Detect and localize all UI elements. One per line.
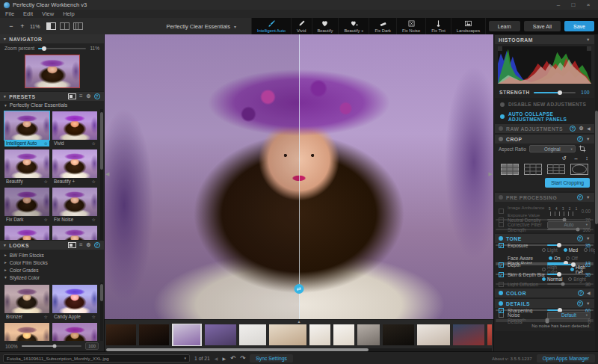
highlight-clipping-icon[interactable] <box>587 46 591 51</box>
look-cocoa[interactable]: Cocoa☆ <box>52 323 97 341</box>
tone-header[interactable]: TONE ? ▼ <box>495 234 594 243</box>
menu-file[interactable]: File <box>5 10 14 17</box>
filmstrip-thumb-12[interactable] <box>453 324 484 345</box>
slider-knob[interactable] <box>53 345 57 348</box>
filmstrip-thumb-2[interactable] <box>139 324 169 345</box>
star-icon[interactable]: ☆ <box>92 179 96 184</box>
presets-group-row[interactable]: ▾ Perfectly Clear Essentials <box>0 101 104 109</box>
preset-fix-dark[interactable]: Fix Dark☆ <box>4 188 49 223</box>
presets-header[interactable]: ▾ PRESETS ≡ ⚙ ? <box>0 92 104 101</box>
slider[interactable] <box>547 219 578 220</box>
close-button[interactable]: × <box>582 1 594 8</box>
looks-folder-color-grades[interactable]: ▸Color Grades <box>4 266 99 274</box>
redo-icon[interactable]: ↷ <box>240 354 245 362</box>
radio-off[interactable]: Off <box>566 256 577 261</box>
thirds-grid-button[interactable] <box>524 164 542 175</box>
strength-slider[interactable] <box>534 92 576 93</box>
undo-icon[interactable]: ↶ <box>230 354 235 362</box>
collapse-right-sidebar-icon[interactable]: ▶ <box>489 171 493 177</box>
help-icon[interactable]: ? <box>94 93 100 99</box>
view-single-button[interactable] <box>46 22 56 30</box>
help-icon[interactable]: ? <box>578 290 584 296</box>
scrollbar-thumb[interactable] <box>106 348 369 351</box>
filmstrip-toggle-icon[interactable]: ▲ <box>298 320 301 324</box>
star-icon[interactable]: ☆ <box>92 314 96 319</box>
list-view-icon[interactable]: ≡ <box>79 242 83 248</box>
crop-header[interactable]: CROP ? ▼ <box>495 135 594 144</box>
slider-knob[interactable] <box>42 46 46 51</box>
wide-grid-button[interactable] <box>547 164 565 175</box>
zoom-out-button[interactable]: − <box>7 22 15 30</box>
about-version[interactable]: About v: 3.5.5.1237 <box>492 356 532 361</box>
look-caramel[interactable]: Caramel☆ <box>4 323 49 341</box>
preset-group-dropdown[interactable]: Perfectly Clear Essentials ▾ <box>167 23 236 30</box>
slider-knob[interactable] <box>571 262 576 267</box>
looks-scrollbar[interactable] <box>100 283 103 341</box>
checkbox-light-diffusion[interactable] <box>499 282 504 287</box>
checkbox-neutral-density[interactable] <box>499 218 504 223</box>
navigator-header[interactable]: ▾ NAVIGATOR <box>0 34 104 43</box>
tool-fix-noise[interactable]: Fix Noise <box>397 18 426 34</box>
view-split-button[interactable] <box>60 22 70 30</box>
slider-knob[interactable] <box>546 320 549 324</box>
checkbox-image-ambulance[interactable] <box>499 209 504 214</box>
next-image-icon[interactable]: ▶ <box>222 356 226 361</box>
open-apps-manager-button[interactable]: Open Apps Manager <box>537 354 595 363</box>
filmstrip-thumb-10[interactable] <box>383 324 414 345</box>
slider[interactable] <box>547 264 578 265</box>
preset-item[interactable] <box>52 226 97 240</box>
maximize-button[interactable]: □ <box>567 1 579 8</box>
slider-knob[interactable] <box>557 272 561 277</box>
checkbox-depth[interactable]: ✓ <box>499 262 504 268</box>
looks-header[interactable]: ▾ LOOKS ≡ ⚙ ? <box>0 241 104 250</box>
panel-enabled-dot-icon[interactable] <box>499 301 503 306</box>
filmstrip-thumb-5[interactable] <box>239 324 266 345</box>
panel-enabled-dot-icon[interactable] <box>499 137 503 141</box>
slider[interactable] <box>547 321 578 322</box>
panel-enabled-dot-icon[interactable] <box>499 126 503 131</box>
start-cropping-button[interactable]: Start Cropping <box>545 178 590 188</box>
preset-beautify[interactable]: Beautify +☆ <box>52 149 97 185</box>
slider-knob[interactable] <box>558 90 562 95</box>
star-icon[interactable]: ☆ <box>44 217 48 222</box>
rotate-icon[interactable]: ↺ <box>561 155 566 161</box>
slider[interactable] <box>547 274 578 275</box>
zoom-in-button[interactable]: + <box>19 22 26 30</box>
panel-enabled-dot-icon[interactable] <box>499 236 503 241</box>
filmstrip-thumb-3[interactable] <box>172 324 202 346</box>
help-icon[interactable]: ? <box>577 235 583 241</box>
tool-fix-dark[interactable]: Fix Dark <box>369 18 397 34</box>
looks-opacity-slider[interactable] <box>22 345 82 347</box>
presets-scrollbar[interactable] <box>100 109 103 240</box>
scrollbar-thumb[interactable] <box>100 284 103 301</box>
shadow-clipping-icon[interactable] <box>498 46 502 51</box>
star-icon[interactable]: ☆ <box>44 314 48 319</box>
tool-vivid[interactable]: Vivid <box>292 18 312 34</box>
view-sidebyside-button[interactable] <box>73 22 83 30</box>
slider-knob[interactable] <box>576 228 580 232</box>
slider-knob[interactable] <box>557 243 561 247</box>
split-handle[interactable]: ⇄ <box>295 284 304 294</box>
slider-knob[interactable] <box>561 283 564 286</box>
checkbox-sharpening[interactable]: ✓ <box>499 308 504 313</box>
filmstrip-thumb-8[interactable] <box>333 324 354 345</box>
checkbox-noise[interactable] <box>499 312 504 318</box>
tool-landscapes[interactable]: Landscapes <box>451 18 486 34</box>
disable-new-adjustments-toggle[interactable]: DISABLE NEW ADJUSTMENTS <box>495 99 594 109</box>
gear-icon[interactable]: ⚙ <box>579 126 584 132</box>
tool-beautify[interactable]: Beautify + <box>339 18 369 34</box>
preset-item[interactable] <box>4 226 49 240</box>
color-header[interactable]: COLOR ? ◀ <box>495 289 594 297</box>
filmstrip-thumb-1[interactable] <box>106 324 136 345</box>
filmstrip-scrollbar[interactable] <box>106 348 492 351</box>
preprocessing-header[interactable]: PRE PROCESSING ? ▼ <box>495 193 594 202</box>
menu-help[interactable]: Help <box>63 10 74 17</box>
filmstrip-thumb-13[interactable] <box>487 324 492 345</box>
looks-folder-bw-film-stocks[interactable]: ▸BW Film Stocks <box>4 251 99 259</box>
right-sidebar-scrollbar[interactable] <box>595 34 598 351</box>
preset-intelligent-auto[interactable]: Intelligent Auto☆ <box>4 111 49 146</box>
flip-vertical-icon[interactable]: ↕ <box>585 155 588 161</box>
slider[interactable] <box>547 244 578 246</box>
tool-intelligent-auto[interactable]: Intelligent Auto <box>251 18 292 34</box>
previous-image-icon[interactable]: ◀ <box>215 356 218 361</box>
